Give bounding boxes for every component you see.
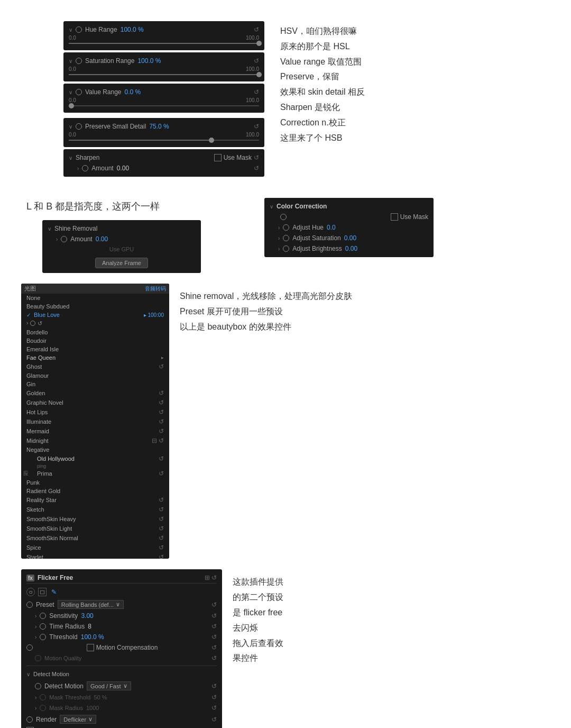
- preset-smoothskin-heavy[interactable]: SmoothSkin Heavy ↺: [21, 514, 169, 524]
- preserve-panel: ∨ Preserve Small Detail 75.0 % ↺ 0.0 100…: [63, 118, 264, 147]
- flicker-free-panel: fx Flicker Free ⊞ ↺ ○ □ ✎ Preset Rolling…: [21, 569, 222, 728]
- preserve-label: Preserve Small Detail: [85, 123, 146, 130]
- hue-range-panel: ∨ Hue Range 100.0 % ↺ 0.0 100.0: [63, 21, 264, 50]
- cc-use-mask-checkbox[interactable]: [391, 213, 398, 221]
- hue-max-label: 100.0: [246, 35, 259, 41]
- analyze-frame-button[interactable]: Analyze Frame: [95, 258, 148, 268]
- preset-illuminate[interactable]: Illuminate ↺: [21, 417, 169, 426]
- preset-negative[interactable]: Negative: [21, 445, 169, 454]
- sat-range-slider[interactable]: [69, 74, 259, 75]
- flicker-preset-reset[interactable]: ↺: [211, 601, 217, 608]
- annotation-value-range: Value range 取值范围: [280, 54, 550, 70]
- value-range-panel: ∨ Value Range 0.0 % ↺ 0.0 100.0: [63, 84, 264, 113]
- flicker-thresh-reset[interactable]: ↺: [211, 633, 217, 641]
- flicker-render-dropdown[interactable]: Deflicker ∨: [60, 715, 96, 724]
- spice-reset: ↺: [159, 544, 164, 551]
- preset-sketch[interactable]: Sketch ↺: [21, 505, 169, 514]
- sat-reset-icon[interactable]: ↺: [254, 57, 259, 65]
- preset-gin[interactable]: Gin: [21, 380, 169, 388]
- preserve-slider[interactable]: [69, 140, 259, 141]
- preset-midnight[interactable]: Midnight ⊟↺: [21, 436, 169, 445]
- hue-reset-icon[interactable]: ↺: [254, 26, 259, 33]
- flicker-mq-label: Motion Quality: [44, 655, 81, 661]
- hue-range-circle-icon: [76, 26, 82, 33]
- sharpen-amount-reset-icon[interactable]: ↺: [254, 165, 259, 172]
- flicker-render-row: Render Deflicker ∨ ↺: [26, 713, 217, 725]
- preset-smoothskin-light[interactable]: SmoothSkin Light ↺: [21, 524, 169, 533]
- preset-blue-love[interactable]: ✓ Blue Love ▸ 100:00: [21, 311, 169, 319]
- val-slider-thumb[interactable]: [69, 103, 74, 108]
- flicker-dm-reset[interactable]: ↺: [211, 683, 217, 690]
- graphic-reset: ↺: [159, 399, 164, 406]
- preset-boudoir[interactable]: Boudoir: [21, 336, 169, 345]
- flicker-preset-dropdown[interactable]: Rolling Bands (def... ∨: [58, 600, 124, 609]
- val-range-slider[interactable]: [69, 105, 259, 106]
- flicker-mc-checkbox[interactable]: [87, 644, 94, 651]
- flicker-pencil-btn[interactable]: ✎: [50, 588, 58, 596]
- preset-old-hollywood[interactable]: Old Hollywood ↺: [32, 454, 169, 463]
- preset-radient-gold[interactable]: Radient Gold: [21, 487, 169, 495]
- lb-annotation: L 和 B 都是指亮度，这两个一样: [26, 198, 254, 215]
- annotation-sharpen: Sharpen 是锐化: [280, 100, 550, 115]
- cc-sat-chevron-icon: ›: [278, 235, 280, 241]
- preset-bordello[interactable]: Bordello: [21, 328, 169, 336]
- flicker-square-btn[interactable]: □: [38, 588, 47, 596]
- flicker-detect-motion-header: Detect Motion: [33, 670, 69, 678]
- annotation-flicker-6: 果控件: [233, 651, 550, 666]
- hue-range-slider[interactable]: [69, 43, 259, 44]
- flicker-detect-header-row: ∨ Detect Motion: [26, 668, 217, 680]
- flicker-render-reset[interactable]: ↺: [211, 716, 217, 723]
- preserve-min-label: 0.0: [69, 132, 76, 138]
- flicker-mr-label: Mask Radius: [49, 705, 83, 711]
- preset-emerald-isle[interactable]: Emerald Isle: [21, 345, 169, 353]
- sharpen-amount-value: 0.00: [117, 165, 129, 172]
- flicker-mq-reset[interactable]: ↺: [211, 654, 217, 662]
- preset-mermaid[interactable]: Mermaid ↺: [21, 426, 169, 436]
- preset-prima[interactable]: Prima ↺: [32, 469, 169, 478]
- preserve-slider-thumb[interactable]: [209, 138, 214, 143]
- flicker-mc-reset[interactable]: ↺: [211, 644, 217, 651]
- flicker-thresh-value: 100.0 %: [81, 633, 104, 641]
- annotation-flicker-1: 这款插件提供: [233, 575, 550, 590]
- preset-glamour[interactable]: Glamour: [21, 371, 169, 380]
- preset-fae-queen[interactable]: Fae Queen ▸: [21, 353, 169, 362]
- preset-smoothskin-normal[interactable]: SmoothSkin Normal ↺: [21, 533, 169, 543]
- flicker-mt-chevron: ›: [35, 695, 36, 700]
- preserve-value: 75.0 %: [149, 123, 169, 130]
- flicker-title: Flicker Free: [38, 574, 73, 581]
- val-reset-icon[interactable]: ↺: [254, 88, 259, 96]
- flicker-header-row: fx Flicker Free ⊞ ↺: [26, 572, 217, 584]
- sharpen-amount-label: Amount: [91, 165, 113, 172]
- flicker-sens-reset[interactable]: ↺: [211, 612, 217, 620]
- shine-chevron-icon: ∨: [48, 226, 51, 232]
- flicker-preset-label: Preset: [36, 601, 54, 608]
- top-section: ∨ Hue Range 100.0 % ↺ 0.0 100.0: [11, 11, 560, 182]
- preset-beauty-subdued[interactable]: Beauty Subdued: [21, 302, 169, 311]
- flicker-circle-btn[interactable]: ○: [26, 588, 35, 596]
- preset-punk[interactable]: Punk: [21, 478, 169, 487]
- flicker-detect-header-chevron: ∨: [26, 671, 30, 677]
- flicker-mt-reset[interactable]: ↺: [211, 694, 217, 701]
- preset-reality-star[interactable]: Reality Star ↺: [21, 495, 169, 505]
- flicker-pin-icon[interactable]: ⊞ ↺: [205, 574, 217, 581]
- sat-slider-thumb[interactable]: [256, 72, 262, 77]
- preset-ghost[interactable]: Ghost ↺: [21, 362, 169, 371]
- hue-slider-thumb[interactable]: [256, 41, 262, 46]
- sharpen-label: Sharpen: [76, 154, 99, 161]
- preset-spice[interactable]: Spice ↺: [21, 543, 169, 552]
- flicker-mr-reset[interactable]: ↺: [211, 704, 217, 712]
- preset-hot-lips[interactable]: Hot Lips ↺: [21, 407, 169, 417]
- flicker-dm-dropdown[interactable]: Good / Fast ∨: [87, 681, 131, 690]
- sharpen-chevron-icon: ∨: [69, 155, 72, 161]
- sharpen-reset-icon[interactable]: ↺: [254, 154, 259, 161]
- flicker-tr-label: Time Radius: [49, 623, 85, 630]
- cc-hue-label: Adjust Hue: [292, 224, 324, 231]
- preset-graphic-novel[interactable]: Graphic Novel ↺: [21, 398, 169, 407]
- preset-golden[interactable]: Golden ↺: [21, 388, 169, 398]
- preset-none[interactable]: None: [21, 294, 169, 302]
- sat-range-value: 100.0 %: [137, 57, 161, 65]
- preserve-reset-icon[interactable]: ↺: [254, 123, 259, 130]
- preset-starlet[interactable]: Starlet ↺: [21, 552, 169, 559]
- sharpen-use-mask-checkbox[interactable]: [214, 154, 222, 161]
- flicker-tr-reset[interactable]: ↺: [211, 623, 217, 630]
